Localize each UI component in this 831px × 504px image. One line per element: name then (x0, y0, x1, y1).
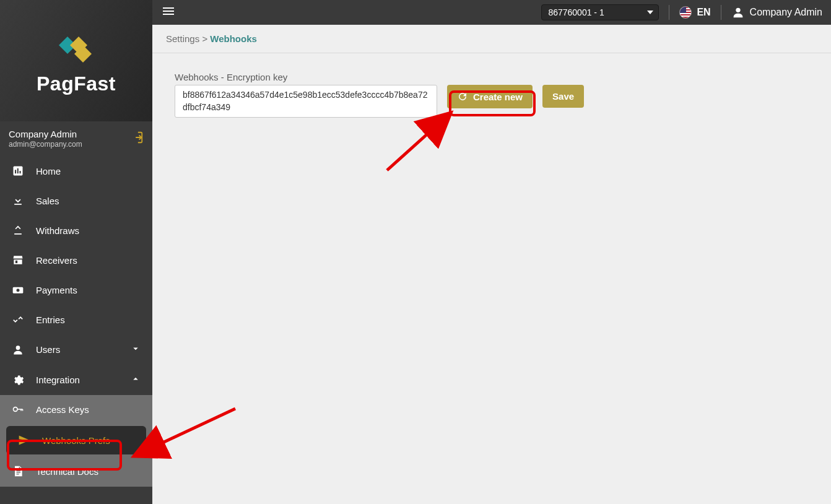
sidebar-nav: Home Sales Withdraws Receivers Payments … (0, 156, 152, 487)
person-icon (11, 344, 25, 356)
sidebar-item-label: Access Keys (36, 404, 89, 415)
refresh-icon (457, 91, 468, 102)
sidebar-user-email: admin@company.com (9, 140, 82, 149)
sidebar-item-label: Entries (36, 315, 65, 325)
topbar-user-name: Company Admin (750, 7, 822, 18)
sidebar-item-receivers[interactable]: Receivers (0, 245, 152, 275)
create-new-button[interactable]: Create new (447, 85, 533, 108)
topbar: 867760001 - 1 EN Company Admin (152, 0, 831, 25)
account-selector[interactable]: 867760001 - 1 (541, 4, 659, 20)
breadcrumb-root[interactable]: Settings (166, 33, 199, 44)
flag-us-icon (679, 6, 692, 19)
svg-rect-11 (17, 471, 21, 471)
encryption-key-label: Webhooks - Encryption key (175, 72, 809, 82)
logout-icon[interactable] (130, 131, 144, 147)
sidebar-item-payments[interactable]: Payments (0, 275, 152, 305)
sidebar-item-label: Receivers (36, 255, 77, 266)
sidebar-subnav-integration: Access Keys Webhooks Prefs Technical Doc… (0, 395, 152, 487)
topbar-user[interactable]: Company Admin (731, 6, 822, 19)
sidebar-item-label: Users (36, 344, 60, 355)
svg-rect-5 (17, 168, 19, 173)
svg-rect-13 (17, 474, 19, 474)
save-label: Save (552, 91, 574, 102)
document-icon (11, 465, 25, 477)
create-new-label: Create new (473, 92, 523, 102)
svg-point-9 (16, 345, 20, 350)
person-icon (731, 6, 745, 19)
sidebar-item-entries[interactable]: Entries (0, 305, 152, 334)
account-selected-label: 867760001 - 1 (548, 7, 604, 17)
sidebar-item-users[interactable]: Users (0, 334, 152, 365)
svg-rect-4 (15, 170, 16, 173)
svg-point-14 (736, 8, 740, 12)
breadcrumb-current: Webhooks (210, 33, 257, 44)
sidebar-item-label: Home (36, 166, 61, 176)
sidebar: PagFast Company Admin admin@company.com … (0, 0, 152, 504)
gear-icon (11, 374, 25, 386)
brand-logo-icon (51, 27, 101, 70)
svg-rect-6 (20, 171, 21, 173)
main-area: 867760001 - 1 EN Company Admin Settings … (152, 0, 831, 504)
chart-bar-icon (11, 165, 25, 177)
sidebar-user-name: Company Admin (9, 129, 82, 139)
download-icon (11, 194, 25, 207)
brand-name: PagFast (37, 72, 116, 95)
sidebar-user-block: Company Admin admin@company.com (0, 121, 152, 156)
svg-point-10 (14, 407, 18, 412)
cash-icon (11, 284, 25, 296)
sidebar-item-sales[interactable]: Sales (0, 186, 152, 215)
chevron-down-icon (130, 343, 141, 356)
sidebar-item-access-keys[interactable]: Access Keys (0, 395, 152, 424)
language-label: EN (697, 7, 710, 18)
sidebar-item-home[interactable]: Home (0, 156, 152, 186)
menu-toggle-icon[interactable] (161, 4, 176, 21)
content: Webhooks - Encryption key bf8867f612a343… (152, 53, 831, 136)
sidebar-item-withdraws[interactable]: Withdraws (0, 215, 152, 245)
chevron-up-icon (130, 373, 141, 386)
breadcrumb: Settings > Webhooks (152, 25, 831, 53)
topbar-divider (721, 5, 721, 20)
sidebar-item-label: Withdraws (36, 225, 79, 236)
sidebar-item-label: Sales (36, 196, 59, 206)
svg-point-8 (17, 289, 20, 292)
language-selector[interactable]: EN (679, 6, 710, 19)
sidebar-item-label: Webhooks Prefs (42, 435, 110, 446)
upload-icon (11, 224, 25, 237)
store-icon (11, 254, 25, 266)
key-icon (11, 403, 25, 415)
svg-rect-12 (17, 472, 21, 473)
send-icon (17, 434, 31, 446)
swap-icon (11, 313, 25, 326)
sidebar-item-webhooks-prefs[interactable]: Webhooks Prefs (6, 426, 146, 454)
topbar-divider (669, 5, 669, 20)
breadcrumb-sep: > (202, 33, 207, 44)
sidebar-item-label: Payments (36, 285, 77, 295)
save-button[interactable]: Save (542, 85, 584, 108)
sidebar-item-integration[interactable]: Integration (0, 365, 152, 395)
sidebar-item-label: Technical Docs (36, 466, 98, 477)
brand-logo-block: PagFast (0, 0, 152, 121)
sidebar-item-technical-docs[interactable]: Technical Docs (0, 457, 152, 485)
encryption-key-input[interactable]: bf8867f612a34346a57d4e1c5e98b1ecc53defe3… (175, 85, 437, 118)
sidebar-item-label: Integration (36, 375, 80, 385)
